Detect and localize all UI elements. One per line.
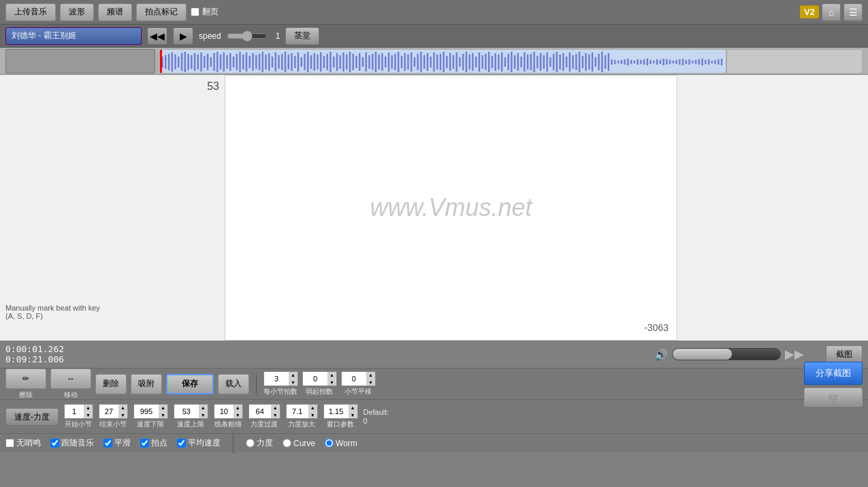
- end-bar-up[interactable]: ▲: [118, 404, 127, 411]
- save-button[interactable]: 保存: [166, 374, 214, 394]
- worm-radio-label[interactable]: Worm: [325, 439, 357, 448]
- prev-button[interactable]: ◀◀: [147, 27, 167, 45]
- screenshot-button[interactable]: 截图: [826, 345, 863, 363]
- no-vocal-label[interactable]: 无哨鸣: [5, 437, 41, 449]
- settings-icon[interactable]: ☰: [843, 3, 863, 21]
- beat-follow-checkbox[interactable]: [50, 439, 59, 447]
- speed-min-down[interactable]: ▼: [159, 411, 167, 419]
- force-fade-spinbox[interactable]: ▲ ▼: [248, 404, 280, 419]
- flat-label[interactable]: 平滑: [103, 437, 131, 449]
- smooth-input[interactable]: [214, 405, 234, 418]
- smooth-spinbox[interactable]: ▲ ▼: [214, 404, 243, 419]
- window-input[interactable]: [324, 405, 349, 418]
- window-up[interactable]: ▲: [349, 404, 357, 411]
- speed-max-down[interactable]: ▼: [199, 411, 208, 419]
- svg-rect-131: [582, 56, 583, 68]
- curve-radio-label[interactable]: Curve: [283, 439, 315, 448]
- beats-down-arrow[interactable]: ▼: [289, 379, 298, 386]
- window-down[interactable]: ▼: [349, 411, 357, 419]
- avg-speed-checkbox[interactable]: [177, 439, 186, 447]
- avg-speed-label[interactable]: 平均速度: [177, 437, 221, 449]
- start-bar-up[interactable]: ▲: [84, 404, 93, 411]
- home-icon[interactable]: ⌂: [822, 3, 841, 21]
- svg-rect-153: [653, 61, 654, 63]
- force-fade-up[interactable]: ▲: [271, 404, 280, 411]
- move-button[interactable]: ↔: [50, 368, 91, 389]
- speed-max-spinbox[interactable]: ▲ ▼: [174, 404, 208, 419]
- volume-track[interactable]: [672, 348, 781, 360]
- weak-beat-input[interactable]: [303, 372, 327, 386]
- beat-point-label[interactable]: 拍点: [140, 437, 167, 449]
- upload-music-button[interactable]: 上传音乐: [5, 3, 56, 21]
- start-bar-input[interactable]: [65, 405, 84, 418]
- force-fade-input[interactable]: [249, 405, 271, 418]
- beat-point-checkbox[interactable]: [140, 439, 149, 447]
- svg-rect-92: [455, 52, 457, 72]
- svg-rect-15: [207, 54, 208, 70]
- svg-rect-2: [165, 55, 166, 69]
- beats-up-arrow[interactable]: ▲: [289, 371, 298, 379]
- waveform-button[interactable]: 波形: [60, 3, 94, 21]
- weak-beat-spinbox[interactable]: ▲ ▼: [302, 371, 337, 386]
- force-amp-down[interactable]: ▼: [308, 411, 317, 419]
- window-spinbox[interactable]: ▲ ▼: [323, 404, 358, 419]
- worm-radio[interactable]: [325, 439, 334, 447]
- svg-rect-17: [213, 53, 214, 71]
- confirm-button[interactable]: 茎堂: [285, 27, 319, 45]
- force-radio[interactable]: [246, 439, 255, 447]
- erase-button[interactable]: ✏: [5, 368, 46, 389]
- svg-rect-68: [379, 54, 380, 69]
- song-title-input[interactable]: [5, 27, 142, 45]
- weak-beat-up-arrow[interactable]: ▲: [327, 371, 336, 379]
- end-bar-spinbox[interactable]: ▲ ▼: [99, 404, 128, 419]
- bar-shift-up-arrow[interactable]: ▲: [366, 371, 375, 379]
- no-vocal-checkbox[interactable]: [5, 439, 14, 447]
- svg-rect-78: [411, 52, 412, 72]
- speed-min-spinbox[interactable]: ▲ ▼: [133, 404, 168, 419]
- delete-button[interactable]: 删除: [95, 374, 127, 394]
- waveform-main-panel[interactable]: [159, 49, 726, 74]
- spectrum-button[interactable]: 频谱: [98, 3, 132, 21]
- page-flip-checkbox-label[interactable]: 翻页: [191, 6, 219, 18]
- page-flip-checkbox[interactable]: [191, 7, 199, 16]
- svg-rect-104: [494, 53, 496, 71]
- notation-area[interactable]: www.Vmus.net -3063: [225, 75, 677, 341]
- flat-checkbox[interactable]: [103, 439, 112, 447]
- speed-min-up[interactable]: ▲: [159, 404, 167, 411]
- force-fade-down[interactable]: ▼: [271, 411, 280, 419]
- svg-rect-21: [226, 55, 227, 69]
- start-bar-down[interactable]: ▼: [84, 411, 93, 419]
- igr-button[interactable]: igr: [804, 388, 863, 407]
- end-bar-input[interactable]: [99, 405, 118, 418]
- smooth-up[interactable]: ▲: [234, 404, 242, 411]
- beats-per-bar-input[interactable]: [264, 372, 289, 386]
- play-button[interactable]: ▶: [173, 27, 193, 45]
- force-radio-label[interactable]: 力度: [246, 437, 273, 449]
- share-screenshot-button[interactable]: 分享截图: [804, 362, 863, 385]
- weak-beat-down-arrow[interactable]: ▼: [327, 379, 336, 386]
- import-button[interactable]: 载入: [218, 374, 249, 394]
- speed-max-up[interactable]: ▲: [199, 404, 208, 411]
- force-amp-spinbox[interactable]: ▲ ▼: [286, 404, 318, 419]
- beat-follow-label[interactable]: 跟随音乐: [50, 437, 94, 449]
- bar-shift-arrows: ▲ ▼: [366, 371, 375, 386]
- svg-rect-61: [355, 56, 357, 68]
- absorb-button[interactable]: 吸附: [131, 374, 162, 394]
- curve-radio[interactable]: [283, 439, 291, 447]
- bar-shift-spinbox[interactable]: ▲ ▼: [341, 371, 376, 386]
- volume-right-arrow[interactable]: ▶▶: [785, 347, 804, 362]
- smooth-down[interactable]: ▼: [234, 411, 242, 419]
- start-bar-spinbox[interactable]: ▲ ▼: [64, 404, 93, 419]
- force-amp-up[interactable]: ▲: [308, 404, 317, 411]
- beats-per-bar-spinbox[interactable]: ▲ ▼: [263, 371, 298, 386]
- svg-rect-89: [446, 56, 447, 68]
- speed-mode-button[interactable]: 速度-力度: [5, 408, 59, 426]
- bar-shift-input[interactable]: [342, 372, 366, 386]
- bar-shift-down-arrow[interactable]: ▼: [366, 379, 375, 386]
- speed-min-input[interactable]: [134, 405, 159, 418]
- force-amp-input[interactable]: [287, 405, 308, 418]
- beat-marker-button[interactable]: 拍点标记: [136, 3, 187, 21]
- speed-slider[interactable]: [227, 31, 268, 42]
- speed-max-input[interactable]: [174, 405, 199, 418]
- end-bar-down[interactable]: ▼: [118, 411, 127, 419]
